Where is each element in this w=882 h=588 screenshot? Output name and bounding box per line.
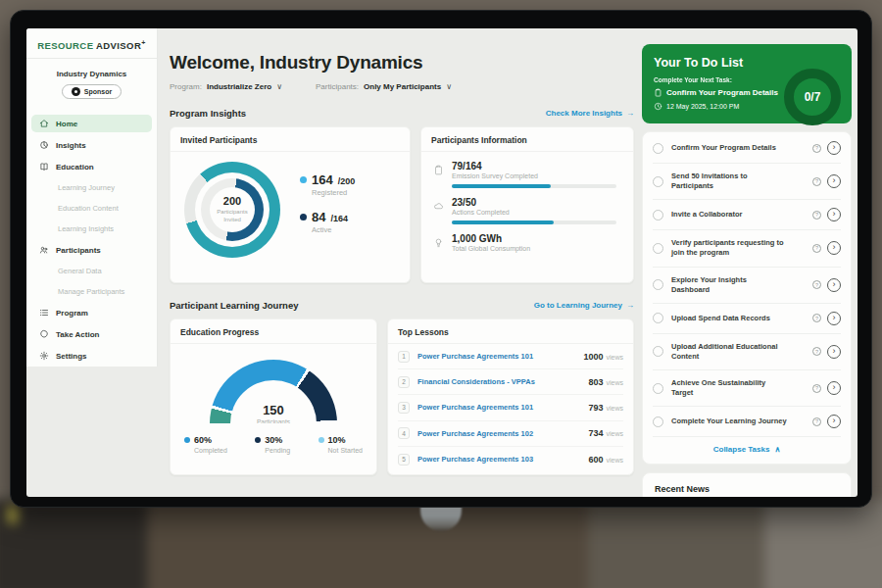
sponsor-badge[interactable]: Sponsor [62,84,122,99]
not-started-dot-icon [318,437,324,443]
list-icon [39,308,49,318]
task-row: Send 50 Invitations to Participants ? › [653,164,841,200]
chevron-right-icon[interactable]: › [827,208,841,221]
info-icon[interactable]: ? [812,417,821,426]
program-filter-value[interactable]: Industrialize Zero [207,82,271,91]
learning-journey-heading: Participant Learning Journey [170,300,298,311]
sidebar-item-education-content[interactable]: Education Content [31,200,152,217]
info-icon[interactable]: ? [812,347,821,356]
todo-task-list: Confirm Your Program Details ? › Send 50… [642,131,852,465]
task-checkbox[interactable] [653,313,663,323]
collapse-tasks-link[interactable]: Collapse Tasks ∧ [653,437,841,463]
info-icon[interactable]: ? [812,314,821,322]
task-checkbox[interactable] [653,383,663,394]
task-row: Complete Your Learning Journey ? › [653,407,841,437]
sidebar-item-learning-insights[interactable]: Learning Insights [31,220,152,237]
sidebar-item-take-action[interactable]: Take Action [31,325,152,343]
info-icon[interactable]: ? [812,211,821,220]
invited-count-label: Participants Invited [210,209,255,224]
lesson-link[interactable]: Power Purchase Agreements 101 [417,352,533,361]
filter-bar: Program: Industrialize Zero ∨ Participan… [170,82,634,91]
info-icon[interactable]: ? [812,384,821,393]
sidebar-item-education[interactable]: Education [31,158,152,175]
task-checkbox[interactable] [653,416,663,427]
logo-advisor: ADVISOR+ [96,40,146,51]
chevron-right-icon[interactable]: › [827,312,841,325]
chevron-right-icon[interactable]: › [827,415,841,428]
sidebar-nav: Home Insights Education Learning Journey… [26,113,157,367]
participants-filter-label: Participants: [316,82,359,91]
participants-information-title: Participants Information [421,127,633,152]
chevron-down-icon[interactable]: ∨ [446,82,452,91]
info-icon[interactable]: ? [812,244,821,253]
sidebar-item-learning-journey[interactable]: Learning Journey [31,179,152,196]
lesson-rank: 3 [398,402,410,414]
invited-count: 200 [223,195,241,207]
sidebar-item-participants[interactable]: Participants [31,241,152,259]
todo-progress-ring: 0/7 [784,69,841,125]
app-logo: RESOURCE ADVISOR+ [26,28,157,59]
todo-counter: 0/7 [805,90,821,104]
task-checkbox[interactable] [653,279,663,290]
desk-shadow-right [588,500,774,588]
registered-dot-icon [300,176,307,183]
actions-progress-bar [452,220,616,224]
participants-filter-value[interactable]: Only My Participants [364,82,441,91]
top-lessons-card: Top Lessons 1 Power Purchase Agreements … [387,318,634,475]
chevron-right-icon[interactable]: › [827,174,841,188]
gauge-count: 150 [210,403,337,417]
background-object [8,506,18,523]
invited-participants-card: Invited Participants 200 Participants In… [170,126,411,283]
page-title: Welcome, Industry Dynamics [170,52,634,74]
lesson-link[interactable]: Power Purchase Agreements 102 [417,429,533,438]
sidebar-item-program[interactable]: Program [31,304,152,321]
recent-news-card: Recent News [642,472,852,497]
sidebar-item-general-data[interactable]: General Data [31,263,152,279]
insights-icon [39,140,49,150]
sidebar-item-home[interactable]: Home [31,115,152,132]
completed-dot-icon [184,437,190,443]
main-content: Welcome, Industry Dynamics Program: Indu… [158,28,642,497]
book-icon [39,162,49,172]
task-checkbox[interactable] [653,243,663,254]
chevron-right-icon[interactable]: › [827,141,841,155]
lesson-link[interactable]: Power Purchase Agreements 101 [417,403,533,412]
task-checkbox[interactable] [653,210,663,220]
arrow-right-icon: → [626,109,634,118]
task-checkbox[interactable] [653,176,663,187]
chevron-right-icon[interactable]: › [827,345,841,359]
lesson-link[interactable]: Power Purchase Agreements 103 [417,455,533,464]
info-icon[interactable]: ? [812,280,821,289]
legend-active: 84 /164 Active [300,210,355,234]
chevron-right-icon[interactable]: › [827,381,841,395]
education-progress-card: Education Progress 150 Participants 60% … [170,318,377,475]
chevron-right-icon[interactable]: › [827,278,841,292]
organization-name: Industry Dynamics [26,70,157,78]
info-icon[interactable]: ? [812,144,821,153]
program-insights-heading: Program Insights [170,108,246,119]
info-icon[interactable]: ? [812,177,821,186]
lesson-link[interactable]: Financial Considerations - VPPAs [417,377,535,386]
lesson-rank: 2 [398,376,410,388]
sidebar-item-insights[interactable]: Insights [31,136,152,154]
clock-icon [654,102,662,111]
task-checkbox[interactable] [653,346,663,357]
invited-participants-title: Invited Participants [171,127,410,152]
gauge-count-label: Participants [210,418,337,423]
go-to-learning-journey-link[interactable]: Go to Learning Journey→ [534,301,634,310]
clipboard-icon [654,88,662,97]
sidebar-item-settings[interactable]: Settings [31,347,152,365]
emission-survey-metric: 79/164 Emission Survey Completed [421,152,633,188]
sidebar-item-manage-participants[interactable]: Manage Participants [31,283,152,300]
lesson-row: 3 Power Purchase Agreements 101 793views [398,395,623,420]
lesson-row: 4 Power Purchase Agreements 102 734views [398,421,623,447]
chevron-right-icon[interactable]: › [827,241,841,255]
program-filter-label: Program: [170,82,202,91]
check-more-insights-link[interactable]: Check More Insights→ [546,109,634,118]
donut-legend: 164 /200 Registered 84 /164 [300,172,355,247]
consumption-metric: 1,000 GWh Total Global Consumption [421,224,633,252]
lesson-row: 5 Power Purchase Agreements 103 600views [398,447,623,472]
pending-dot-icon [255,437,261,443]
task-checkbox[interactable] [653,143,663,154]
chevron-down-icon[interactable]: ∨ [276,82,282,91]
